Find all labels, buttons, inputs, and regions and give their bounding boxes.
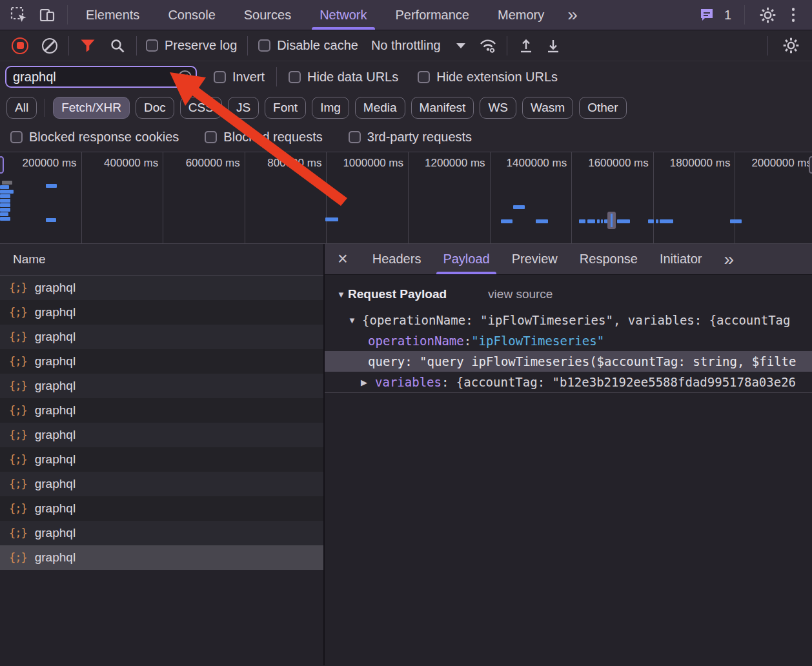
timeline-section[interactable]: 400000 ms (82, 152, 164, 243)
blocked-response-cookies-checkbox[interactable] (10, 131, 23, 143)
timeline-section[interactable]: 1800000 ms (654, 152, 736, 243)
blocked-response-cookies-toggle[interactable]: Blocked response cookies (10, 130, 179, 145)
invert-toggle[interactable]: Invert (214, 70, 265, 85)
type-chip-img[interactable]: Img (312, 97, 349, 119)
request-row[interactable]: {;}graphql (0, 423, 323, 447)
type-chip-fetch-xhr[interactable]: Fetch/XHR (53, 97, 130, 119)
hide-extension-urls-checkbox[interactable] (418, 71, 430, 83)
timeline-section[interactable]: 1600000 ms (572, 152, 654, 243)
timeline-section[interactable]: 1000000 ms (327, 152, 409, 243)
network-conditions-icon[interactable] (478, 36, 498, 56)
kebab-menu-icon[interactable] (784, 5, 803, 25)
hide-data-urls-toggle[interactable]: Hide data URLs (289, 70, 398, 85)
disable-cache-toggle[interactable]: Disable cache (258, 38, 358, 53)
record-network-log-button[interactable] (10, 36, 30, 56)
timeline-request-mark[interactable] (0, 217, 10, 221)
invert-checkbox[interactable] (214, 71, 226, 83)
timeline-request-mark[interactable] (730, 219, 742, 223)
request-row[interactable]: {;}graphql (0, 447, 323, 472)
tab-network[interactable]: Network (320, 0, 367, 30)
clear-network-log-button[interactable] (40, 36, 59, 56)
timeline-request-mark[interactable] (513, 205, 525, 209)
more-panels-icon[interactable]: » (567, 6, 578, 24)
blocked-requests-toggle[interactable]: Blocked requests (205, 130, 322, 145)
timeline-request-mark[interactable] (0, 190, 14, 194)
timeline-right-handle[interactable] (809, 156, 812, 174)
request-row[interactable]: {;}graphql (0, 300, 323, 325)
name-column-header[interactable]: Name (0, 244, 323, 276)
blocked-requests-checkbox[interactable] (205, 131, 217, 143)
request-row[interactable]: {;}graphql (0, 398, 323, 423)
export-har-icon[interactable] (543, 36, 563, 56)
type-chip-css[interactable]: CSS (180, 97, 222, 119)
network-overview-timeline[interactable]: 200000 ms400000 ms600000 ms800000 ms1000… (0, 152, 812, 244)
tree-expander-icon[interactable]: ▼ (348, 316, 362, 325)
filter-funnel-icon[interactable] (78, 36, 97, 56)
timeline-section[interactable]: 800000 ms (245, 152, 327, 243)
details-tab-payload[interactable]: Payload (443, 244, 489, 274)
details-tab-response[interactable]: Response (580, 244, 638, 274)
3rd-party-requests-toggle[interactable]: 3rd-party requests (349, 130, 472, 145)
payload-tree-line[interactable]: query: "query ipFlowTimeseries($accountT… (325, 351, 812, 372)
settings-gear-icon[interactable] (758, 5, 777, 25)
request-row[interactable]: {;}graphql (0, 276, 323, 300)
throttling-select[interactable]: No throttling (371, 38, 465, 53)
timeline-section[interactable]: 200000 ms (0, 152, 82, 243)
timeline-request-mark[interactable] (536, 219, 548, 223)
timeline-request-mark[interactable] (587, 219, 595, 223)
type-chip-other[interactable]: Other (579, 97, 627, 119)
timeline-request-mark[interactable] (656, 219, 658, 223)
timeline-section[interactable]: 600000 ms (163, 152, 245, 243)
timeline-request-mark[interactable] (0, 203, 10, 207)
timeline-left-handle[interactable] (0, 156, 4, 174)
request-row[interactable]: {;}graphql (0, 545, 323, 570)
device-toolbar-icon[interactable] (37, 5, 57, 25)
timeline-request-mark[interactable] (579, 219, 585, 223)
tree-expander-icon[interactable]: ▶ (361, 378, 375, 387)
timeline-request-mark[interactable] (660, 219, 673, 223)
timeline-request-mark[interactable] (46, 218, 56, 222)
details-tab-headers[interactable]: Headers (372, 244, 421, 274)
type-chip-wasm[interactable]: Wasm (522, 97, 573, 119)
close-details-icon[interactable]: × (338, 250, 348, 268)
tab-sources[interactable]: Sources (244, 0, 291, 30)
details-tab-preview[interactable]: Preview (512, 244, 558, 274)
3rd-party-requests-checkbox[interactable] (349, 131, 361, 143)
timeline-request-mark[interactable] (501, 219, 513, 223)
payload-tree-line[interactable]: ▶variables: {accountTag: "b12e3b2192ee55… (325, 372, 812, 392)
view-source-link[interactable]: view source (488, 287, 553, 301)
timeline-request-mark[interactable] (325, 217, 338, 221)
tab-memory[interactable]: Memory (498, 0, 544, 30)
type-chip-media[interactable]: Media (355, 97, 405, 119)
timeline-request-mark[interactable] (607, 212, 616, 229)
request-row[interactable]: {;}graphql (0, 325, 323, 349)
type-chip-js[interactable]: JS (228, 97, 259, 119)
search-icon[interactable] (108, 36, 127, 56)
request-row[interactable]: {;}graphql (0, 521, 323, 545)
timeline-request-mark[interactable] (617, 219, 630, 223)
type-chip-font[interactable]: Font (265, 97, 306, 119)
timeline-section[interactable]: 1200000 ms (409, 152, 491, 243)
tab-performance[interactable]: Performance (396, 0, 470, 30)
preserve-log-toggle[interactable]: Preserve log (146, 38, 237, 53)
hide-data-urls-checkbox[interactable] (289, 71, 301, 83)
details-tab-initiator[interactable]: Initiator (660, 244, 702, 274)
type-chip-doc[interactable]: Doc (136, 97, 174, 119)
hide-extension-urls-toggle[interactable]: Hide extension URLs (418, 70, 558, 85)
type-chip-manifest[interactable]: Manifest (411, 97, 474, 119)
disable-cache-checkbox[interactable] (258, 39, 270, 52)
request-row[interactable]: {;}graphql (0, 496, 323, 521)
timeline-request-mark[interactable] (2, 181, 12, 185)
request-row[interactable]: {;}graphql (0, 349, 323, 374)
tab-elements[interactable]: Elements (86, 0, 139, 30)
request-row[interactable]: {;}graphql (0, 374, 323, 398)
clear-filter-icon[interactable]: ✕ (178, 70, 192, 84)
timeline-request-mark[interactable] (0, 212, 8, 216)
type-chip-ws[interactable]: WS (480, 97, 516, 119)
timeline-request-mark[interactable] (0, 199, 10, 203)
tab-console[interactable]: Console (168, 0, 215, 30)
request-row[interactable]: {;}graphql (0, 472, 323, 496)
timeline-request-mark[interactable] (601, 219, 603, 223)
filter-input[interactable] (13, 70, 178, 85)
more-details-tabs-icon[interactable]: » (724, 250, 734, 268)
